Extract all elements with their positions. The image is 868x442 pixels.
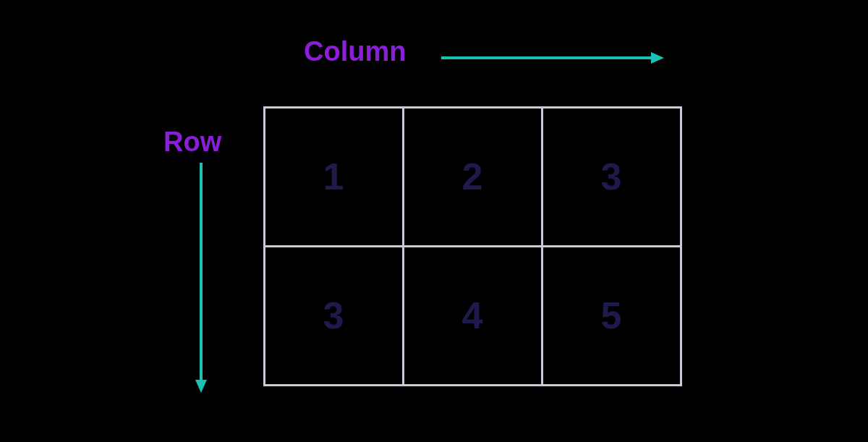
cell-1-1: 4 [402, 245, 543, 386]
cell-0-1: 2 [402, 106, 543, 247]
arrow-down-icon [194, 163, 208, 394]
cell-0-0: 1 [263, 106, 404, 247]
cell-1-2: 5 [541, 245, 682, 386]
grid-table: 1 2 3 3 4 5 [264, 107, 681, 385]
cell-0-2: 3 [541, 106, 682, 247]
svg-marker-1 [651, 52, 664, 64]
arrow-right-icon [441, 51, 665, 65]
column-label: Column [304, 36, 406, 67]
svg-marker-3 [195, 380, 207, 393]
row-label: Row [163, 127, 221, 158]
cell-1-0: 3 [263, 245, 404, 386]
